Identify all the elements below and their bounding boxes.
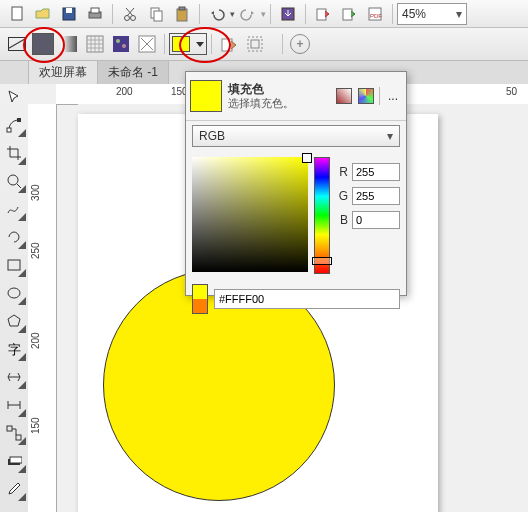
tab-welcome[interactable]: 欢迎屏幕 xyxy=(29,61,98,85)
export-b-button[interactable] xyxy=(337,2,361,26)
ruler-label: 200 xyxy=(30,332,41,349)
copy-button[interactable] xyxy=(144,2,168,26)
dimension-tool[interactable] xyxy=(3,394,25,416)
export-pdf-button[interactable]: PDF xyxy=(363,2,387,26)
export-a-button[interactable] xyxy=(311,2,335,26)
rectangle-tool[interactable] xyxy=(3,254,25,276)
popup-subtitle: 选择填充色。 xyxy=(228,96,329,110)
copy-fill-button[interactable] xyxy=(217,32,241,56)
connector-tool[interactable] xyxy=(3,422,25,444)
popup-header: 填充色 选择填充色。 ... xyxy=(186,72,406,121)
palette-icon[interactable] xyxy=(336,88,352,104)
postscript-fill-button[interactable] xyxy=(135,32,159,56)
pick-tool[interactable] xyxy=(3,86,25,108)
vertical-ruler: 300 250 200 150 xyxy=(28,104,57,512)
undo-button[interactable] xyxy=(205,2,229,26)
hue-indicator xyxy=(312,257,332,265)
svg-rect-10 xyxy=(179,7,185,10)
smart-fill-tool[interactable] xyxy=(3,226,25,248)
redo-dropdown[interactable]: ▾ xyxy=(261,9,266,19)
fountain-fill-button[interactable] xyxy=(57,32,81,56)
svg-rect-0 xyxy=(12,7,22,20)
svg-rect-22 xyxy=(222,39,232,51)
old-new-color-swatch xyxy=(192,284,208,314)
toolbox: 字 xyxy=(0,84,29,512)
r-label: R xyxy=(336,165,348,179)
undo-dropdown[interactable]: ▾ xyxy=(230,9,235,19)
svg-rect-18 xyxy=(113,36,129,52)
svg-rect-16 xyxy=(61,36,77,52)
hue-slider[interactable] xyxy=(314,157,330,274)
color-model-label: RGB xyxy=(199,129,225,143)
paste-button[interactable] xyxy=(170,2,194,26)
crop-tool[interactable] xyxy=(3,142,25,164)
ruler-label: 150 xyxy=(30,417,41,434)
current-fill-swatch xyxy=(190,80,222,112)
svg-rect-34 xyxy=(10,457,22,463)
table-tool[interactable] xyxy=(3,366,25,388)
ruler-label: 250 xyxy=(30,242,41,259)
property-bar: + xyxy=(0,28,528,61)
hex-input[interactable] xyxy=(214,289,400,309)
popup-title: 填充色 xyxy=(228,82,329,96)
svg-point-19 xyxy=(116,39,120,43)
ellipse-tool[interactable] xyxy=(3,282,25,304)
fill-color-popup: 填充色 选择填充色。 ... RGB R G B xyxy=(185,71,407,296)
polygon-tool[interactable] xyxy=(3,310,25,332)
fill-color-split-button[interactable] xyxy=(169,33,207,55)
zoom-value: 45% xyxy=(402,7,426,21)
freehand-tool[interactable] xyxy=(3,198,25,220)
g-input[interactable] xyxy=(352,187,400,205)
zoom-tool[interactable] xyxy=(3,170,25,192)
svg-point-5 xyxy=(125,15,130,20)
svg-point-20 xyxy=(122,44,126,48)
pattern-fill-button[interactable] xyxy=(83,32,107,56)
r-input[interactable] xyxy=(352,163,400,181)
ruler-label: 300 xyxy=(30,184,41,201)
redo-button[interactable] xyxy=(236,2,260,26)
svg-rect-31 xyxy=(7,426,12,431)
saturation-value-picker[interactable] xyxy=(192,157,308,272)
texture-fill-button[interactable] xyxy=(109,32,133,56)
eyedropper-tool[interactable] xyxy=(3,478,25,500)
svg-rect-4 xyxy=(91,8,99,13)
svg-point-27 xyxy=(8,175,18,185)
no-fill-button[interactable] xyxy=(4,31,30,57)
svg-rect-12 xyxy=(317,9,326,20)
b-label: B xyxy=(336,213,348,227)
zoom-combo[interactable]: 45% xyxy=(397,3,467,25)
print-button[interactable] xyxy=(83,2,107,26)
g-label: G xyxy=(336,189,348,203)
sv-indicator xyxy=(302,153,312,163)
b-input[interactable] xyxy=(352,211,400,229)
svg-rect-25 xyxy=(7,128,11,132)
more-options-button[interactable]: ... xyxy=(384,89,402,103)
import-button[interactable] xyxy=(276,2,300,26)
color-palette-icon[interactable] xyxy=(358,88,374,104)
open-button[interactable] xyxy=(31,2,55,26)
ruler-label: 200 xyxy=(116,86,133,97)
uniform-fill-swatch[interactable] xyxy=(32,33,54,55)
effects-tool[interactable] xyxy=(3,450,25,472)
save-button[interactable] xyxy=(57,2,81,26)
svg-rect-8 xyxy=(154,11,162,21)
svg-rect-13 xyxy=(343,9,352,20)
tab-document[interactable]: 未命名 -1 xyxy=(98,61,169,85)
edit-fill-button[interactable] xyxy=(243,32,267,56)
svg-rect-26 xyxy=(17,118,21,122)
svg-rect-9 xyxy=(177,9,187,21)
svg-text:PDF: PDF xyxy=(370,13,382,19)
new-doc-button[interactable] xyxy=(5,2,29,26)
shape-tool[interactable] xyxy=(3,114,25,136)
svg-rect-2 xyxy=(66,8,72,13)
color-model-combo[interactable]: RGB xyxy=(192,125,400,147)
cut-button[interactable] xyxy=(118,2,142,26)
main-toolbar: ▾ ▾ PDF 45% xyxy=(0,0,528,28)
text-tool[interactable]: 字 xyxy=(3,338,25,360)
svg-rect-24 xyxy=(251,40,259,48)
ruler-label: 50 xyxy=(506,86,517,97)
svg-point-6 xyxy=(131,15,136,20)
add-button[interactable]: + xyxy=(288,32,312,56)
